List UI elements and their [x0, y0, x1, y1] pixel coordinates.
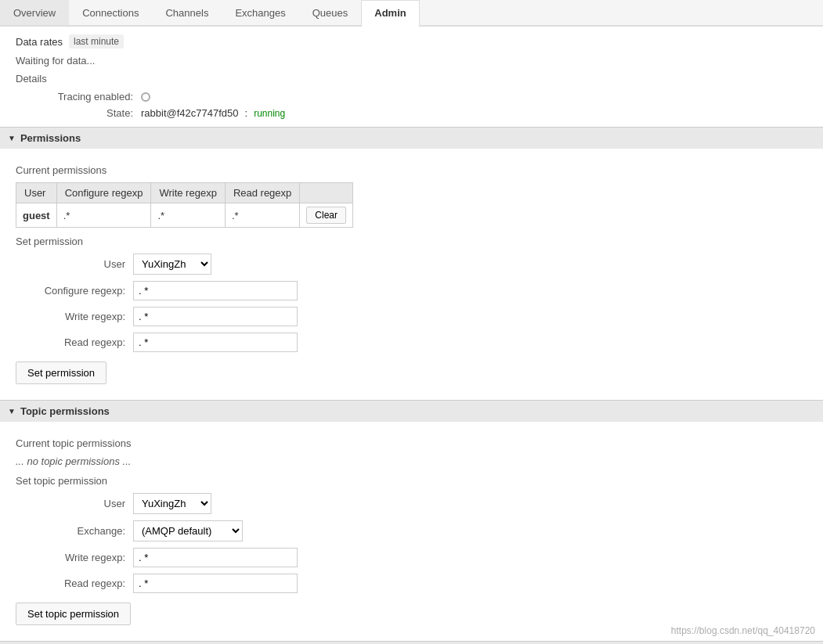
perm-configure-label: Configure regexp:	[16, 285, 133, 297]
col-configure: Configure regexp	[56, 183, 151, 203]
tracing-value	[141, 92, 150, 102]
set-permission-button[interactable]: Set permission	[16, 362, 106, 384]
tracing-row: Tracing enabled:	[16, 91, 807, 103]
data-rates-value: last minute	[69, 34, 124, 49]
data-rates-label: Data rates	[16, 36, 63, 48]
perm-user-label: User	[16, 258, 133, 270]
details-label: Details	[16, 73, 807, 85]
col-write: Write regexp	[151, 183, 225, 203]
permissions-section-label: Permissions	[20, 132, 81, 144]
perm-configure-row: Configure regexp:	[16, 281, 807, 300]
row-write: .*	[151, 203, 225, 228]
topic-permissions-section-body: Current topic permissions ... no topic p…	[16, 430, 807, 633]
permissions-table: User Configure regexp Write regexp Read …	[16, 182, 353, 228]
permissions-section-body: Current permissions User Configure regex…	[16, 157, 807, 392]
topic-permissions-section-header[interactable]: ▼ Topic permissions	[0, 400, 823, 422]
col-read: Read regexp	[225, 183, 299, 203]
tab-admin[interactable]: Admin	[361, 0, 419, 27]
perm-user-select[interactable]: YuXingZh	[133, 254, 211, 275]
topic-user-row: User YuXingZh	[16, 493, 807, 514]
row-clear-cell: Clear	[300, 203, 353, 228]
topic-write-row: Write regexp:	[16, 548, 807, 567]
topic-read-row: Read regexp:	[16, 574, 807, 593]
state-label: State:	[16, 107, 141, 119]
topic-exchange-label: Exchange:	[16, 525, 133, 537]
topic-user-select[interactable]: YuXingZh	[133, 493, 211, 514]
tracing-label: Tracing enabled:	[16, 91, 141, 103]
topic-permissions-arrow-icon: ▼	[8, 407, 16, 416]
tab-exchanges[interactable]: Exchanges	[222, 0, 298, 25]
col-user: User	[16, 183, 57, 203]
perm-read-input[interactable]	[133, 333, 298, 352]
tab-queues[interactable]: Queues	[299, 0, 362, 25]
table-row: guest .* .* .* Clear	[16, 203, 353, 228]
data-rates-row: Data rates last minute	[16, 34, 807, 49]
row-read: .*	[225, 203, 299, 228]
topic-read-input[interactable]	[133, 574, 298, 593]
col-action	[300, 183, 353, 203]
topic-read-label: Read regexp:	[16, 577, 133, 589]
perm-user-row: User YuXingZh	[16, 254, 807, 275]
topic-write-input[interactable]	[133, 548, 298, 567]
tab-overview[interactable]: Overview	[0, 0, 69, 25]
state-separator: :	[245, 107, 248, 119]
tab-connections[interactable]: Connections	[69, 0, 152, 25]
perm-write-label: Write regexp:	[16, 311, 133, 322]
delete-vhost-section-header[interactable]: ▶ Delete this vhost	[0, 641, 823, 644]
row-configure: .*	[56, 203, 151, 228]
set-topic-permission-button[interactable]: Set topic permission	[16, 603, 131, 625]
state-status: running	[254, 108, 285, 119]
state-hostname: rabbit@f42c7747fd50	[141, 107, 239, 119]
no-topic-permissions: ... no topic permissions ...	[16, 455, 807, 467]
set-permission-label: Set permission	[16, 236, 807, 247]
topic-exchange-row: Exchange: (AMQP default)	[16, 520, 807, 541]
perm-write-row: Write regexp:	[16, 307, 807, 326]
topic-exchange-select[interactable]: (AMQP default)	[133, 520, 243, 541]
waiting-text: Waiting for data...	[16, 55, 807, 67]
nav-tabs: Overview Connections Channels Exchanges …	[0, 0, 823, 27]
clear-button[interactable]: Clear	[306, 207, 346, 224]
current-permissions-label: Current permissions	[16, 164, 807, 176]
permissions-arrow-icon: ▼	[8, 134, 16, 142]
row-user: guest	[16, 203, 57, 228]
topic-write-label: Write regexp:	[16, 552, 133, 563]
topic-permissions-section-label: Topic permissions	[20, 405, 110, 417]
permissions-section-header[interactable]: ▼ Permissions	[0, 127, 823, 149]
perm-configure-input[interactable]	[133, 281, 298, 300]
tab-channels[interactable]: Channels	[152, 0, 222, 25]
current-topic-label: Current topic permissions	[16, 437, 807, 449]
state-value: rabbit@f42c7747fd50 : running	[141, 107, 285, 119]
topic-user-label: User	[16, 498, 133, 509]
perm-read-label: Read regexp:	[16, 336, 133, 348]
perm-write-input[interactable]	[133, 307, 298, 326]
tracing-circle-icon	[141, 92, 150, 102]
perm-read-row: Read regexp:	[16, 333, 807, 352]
state-row: State: rabbit@f42c7747fd50 : running	[16, 107, 807, 119]
details-table: Tracing enabled: State: rabbit@f42c7747f…	[16, 91, 807, 119]
set-topic-label: Set topic permission	[16, 475, 807, 487]
watermark: https://blog.csdn.net/qq_40418720	[671, 625, 815, 636]
